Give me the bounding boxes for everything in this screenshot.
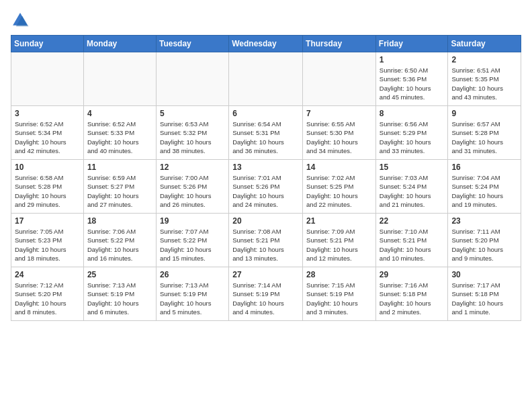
day-number: 13 (232, 163, 299, 172)
day-info: Sunrise: 7:09 AM Sunset: 5:21 PM Dayligh… (306, 227, 372, 263)
weekday-header: Sunday (11, 36, 84, 52)
day-number: 7 (306, 109, 372, 118)
day-number: 25 (87, 270, 152, 279)
calendar-cell: 23Sunrise: 7:11 AM Sunset: 5:20 PM Dayli… (448, 214, 521, 267)
day-info: Sunrise: 7:15 AM Sunset: 5:19 PM Dayligh… (306, 281, 372, 316)
calendar-cell: 15Sunrise: 7:03 AM Sunset: 5:24 PM Dayli… (375, 160, 448, 214)
day-number: 28 (306, 270, 372, 279)
calendar-cell (156, 52, 228, 106)
day-number: 2 (451, 55, 517, 64)
calendar-cell: 13Sunrise: 7:01 AM Sunset: 5:26 PM Dayli… (229, 160, 303, 214)
day-info: Sunrise: 6:54 AM Sunset: 5:31 PM Dayligh… (232, 120, 299, 155)
day-info: Sunrise: 7:08 AM Sunset: 5:21 PM Dayligh… (232, 227, 299, 263)
day-number: 5 (160, 109, 225, 118)
day-info: Sunrise: 7:14 AM Sunset: 5:19 PM Dayligh… (232, 281, 299, 316)
day-number: 12 (160, 163, 225, 172)
day-number: 21 (306, 216, 372, 226)
day-number: 9 (451, 109, 517, 118)
calendar-cell: 11Sunrise: 6:59 AM Sunset: 5:27 PM Dayli… (83, 160, 156, 214)
day-info: Sunrise: 7:17 AM Sunset: 5:18 PM Dayligh… (451, 281, 517, 316)
day-number: 11 (87, 163, 152, 172)
day-info: Sunrise: 7:11 AM Sunset: 5:20 PM Dayligh… (451, 227, 517, 263)
day-info: Sunrise: 6:52 AM Sunset: 5:34 PM Dayligh… (15, 120, 80, 155)
day-number: 22 (380, 216, 445, 226)
calendar-cell: 22Sunrise: 7:10 AM Sunset: 5:21 PM Dayli… (375, 214, 448, 267)
day-number: 1 (380, 55, 445, 64)
calendar-cell: 20Sunrise: 7:08 AM Sunset: 5:21 PM Dayli… (229, 214, 303, 267)
calendar-cell (229, 52, 303, 106)
calendar-cell: 19Sunrise: 7:07 AM Sunset: 5:22 PM Dayli… (156, 214, 228, 267)
day-number: 23 (451, 216, 517, 226)
day-number: 8 (380, 109, 445, 118)
day-info: Sunrise: 7:07 AM Sunset: 5:22 PM Dayligh… (160, 227, 225, 263)
calendar-cell: 18Sunrise: 7:06 AM Sunset: 5:22 PM Dayli… (83, 214, 156, 267)
calendar-week-row: 24Sunrise: 7:12 AM Sunset: 5:20 PM Dayli… (11, 267, 521, 321)
calendar-cell: 2Sunrise: 6:51 AM Sunset: 5:35 PM Daylig… (448, 52, 521, 106)
calendar-cell: 26Sunrise: 7:13 AM Sunset: 5:19 PM Dayli… (156, 267, 228, 321)
calendar-cell: 29Sunrise: 7:16 AM Sunset: 5:18 PM Dayli… (375, 267, 448, 321)
day-info: Sunrise: 6:56 AM Sunset: 5:29 PM Dayligh… (380, 120, 445, 155)
day-info: Sunrise: 6:58 AM Sunset: 5:28 PM Dayligh… (15, 173, 80, 209)
day-info: Sunrise: 7:03 AM Sunset: 5:24 PM Dayligh… (380, 173, 445, 209)
calendar-cell (83, 52, 156, 106)
calendar-cell: 1Sunrise: 6:50 AM Sunset: 5:36 PM Daylig… (375, 52, 448, 106)
weekday-header: Tuesday (156, 36, 228, 52)
calendar-cell: 5Sunrise: 6:53 AM Sunset: 5:32 PM Daylig… (156, 106, 228, 160)
day-number: 10 (15, 163, 80, 172)
weekday-header: Saturday (448, 36, 521, 52)
weekday-header: Friday (375, 36, 448, 52)
calendar-cell: 9Sunrise: 6:57 AM Sunset: 5:28 PM Daylig… (448, 106, 521, 160)
calendar-cell: 27Sunrise: 7:14 AM Sunset: 5:19 PM Dayli… (229, 267, 303, 321)
logo (11, 11, 32, 30)
day-number: 20 (232, 216, 299, 226)
day-number: 14 (306, 163, 372, 172)
calendar-cell: 17Sunrise: 7:05 AM Sunset: 5:23 PM Dayli… (11, 214, 84, 267)
day-number: 3 (15, 109, 80, 118)
calendar-cell: 28Sunrise: 7:15 AM Sunset: 5:19 PM Dayli… (303, 267, 376, 321)
calendar-week-row: 17Sunrise: 7:05 AM Sunset: 5:23 PM Dayli… (11, 214, 521, 267)
day-number: 27 (232, 270, 299, 279)
calendar-week-row: 1Sunrise: 6:50 AM Sunset: 5:36 PM Daylig… (11, 52, 521, 106)
calendar-cell: 12Sunrise: 7:00 AM Sunset: 5:26 PM Dayli… (156, 160, 228, 214)
calendar-cell: 25Sunrise: 7:13 AM Sunset: 5:19 PM Dayli… (83, 267, 156, 321)
calendar-cell: 3Sunrise: 6:52 AM Sunset: 5:34 PM Daylig… (11, 106, 84, 160)
day-number: 26 (160, 270, 225, 279)
day-number: 4 (87, 109, 152, 118)
calendar-cell: 4Sunrise: 6:52 AM Sunset: 5:33 PM Daylig… (83, 106, 156, 160)
day-number: 16 (451, 163, 517, 172)
day-number: 15 (380, 163, 445, 172)
day-info: Sunrise: 7:12 AM Sunset: 5:20 PM Dayligh… (15, 281, 80, 316)
day-info: Sunrise: 6:53 AM Sunset: 5:32 PM Dayligh… (160, 120, 225, 155)
day-info: Sunrise: 6:55 AM Sunset: 5:30 PM Dayligh… (306, 120, 372, 155)
calendar-cell: 21Sunrise: 7:09 AM Sunset: 5:21 PM Dayli… (303, 214, 376, 267)
day-number: 17 (15, 216, 80, 226)
day-number: 29 (380, 270, 445, 279)
day-info: Sunrise: 6:59 AM Sunset: 5:27 PM Dayligh… (87, 173, 152, 209)
calendar-table: SundayMondayTuesdayWednesdayThursdayFrid… (11, 35, 521, 321)
weekday-header: Monday (83, 36, 156, 52)
day-info: Sunrise: 7:01 AM Sunset: 5:26 PM Dayligh… (232, 173, 299, 209)
day-info: Sunrise: 7:04 AM Sunset: 5:24 PM Dayligh… (451, 173, 517, 209)
day-info: Sunrise: 7:06 AM Sunset: 5:22 PM Dayligh… (87, 227, 152, 263)
calendar-cell: 30Sunrise: 7:17 AM Sunset: 5:18 PM Dayli… (448, 267, 521, 321)
day-number: 24 (15, 270, 80, 279)
calendar-week-row: 3Sunrise: 6:52 AM Sunset: 5:34 PM Daylig… (11, 106, 521, 160)
day-info: Sunrise: 7:02 AM Sunset: 5:25 PM Dayligh… (306, 173, 372, 209)
day-info: Sunrise: 6:52 AM Sunset: 5:33 PM Dayligh… (87, 120, 152, 155)
weekday-header: Thursday (303, 36, 376, 52)
day-info: Sunrise: 6:51 AM Sunset: 5:35 PM Dayligh… (451, 66, 517, 101)
day-info: Sunrise: 7:13 AM Sunset: 5:19 PM Dayligh… (160, 281, 225, 316)
day-number: 6 (232, 109, 299, 118)
calendar-cell (11, 52, 84, 106)
calendar-cell: 10Sunrise: 6:58 AM Sunset: 5:28 PM Dayli… (11, 160, 84, 214)
calendar-cell (303, 52, 376, 106)
calendar-cell: 8Sunrise: 6:56 AM Sunset: 5:29 PM Daylig… (375, 106, 448, 160)
calendar-week-row: 10Sunrise: 6:58 AM Sunset: 5:28 PM Dayli… (11, 160, 521, 214)
day-info: Sunrise: 6:50 AM Sunset: 5:36 PM Dayligh… (380, 66, 445, 101)
day-number: 19 (160, 216, 225, 226)
day-info: Sunrise: 7:13 AM Sunset: 5:19 PM Dayligh… (87, 281, 152, 316)
day-info: Sunrise: 7:10 AM Sunset: 5:21 PM Dayligh… (380, 227, 445, 263)
day-number: 30 (451, 270, 517, 279)
day-info: Sunrise: 7:00 AM Sunset: 5:26 PM Dayligh… (160, 173, 225, 209)
day-info: Sunrise: 6:57 AM Sunset: 5:28 PM Dayligh… (451, 120, 517, 155)
